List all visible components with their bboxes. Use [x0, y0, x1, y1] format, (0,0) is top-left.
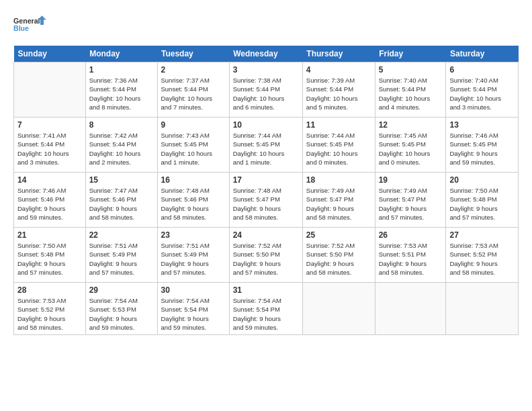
calendar-cell: 12Sunrise: 7:45 AMSunset: 5:45 PMDayligh… — [375, 118, 446, 173]
calendar-cell: 9Sunrise: 7:43 AMSunset: 5:45 PMDaylight… — [157, 118, 229, 173]
calendar-cell: 18Sunrise: 7:49 AMSunset: 5:47 PMDayligh… — [302, 173, 375, 228]
logo-icon: General Blue — [13, 11, 47, 39]
day-info: Sunrise: 7:48 AMSunset: 5:46 PMDaylight:… — [161, 186, 226, 222]
day-number: 14 — [17, 175, 82, 185]
calendar-cell: 19Sunrise: 7:49 AMSunset: 5:47 PMDayligh… — [375, 173, 446, 228]
calendar-cell: 13Sunrise: 7:46 AMSunset: 5:45 PMDayligh… — [446, 118, 519, 173]
weekday-sunday: Sunday — [14, 46, 86, 62]
day-number: 27 — [449, 230, 515, 240]
day-number: 25 — [306, 230, 371, 240]
svg-text:Blue: Blue — [13, 24, 29, 32]
day-number: 5 — [379, 65, 443, 75]
calendar-cell: 20Sunrise: 7:50 AMSunset: 5:48 PMDayligh… — [446, 173, 519, 228]
logo: General Blue — [13, 11, 47, 39]
weekday-header-row: SundayMondayTuesdayWednesdayThursdayFrid… — [14, 46, 519, 62]
day-number: 28 — [17, 285, 82, 295]
day-info: Sunrise: 7:49 AMSunset: 5:47 PMDaylight:… — [379, 186, 443, 222]
day-number: 21 — [17, 230, 82, 240]
day-number: 7 — [17, 120, 82, 130]
page: General Blue SundayMondayTuesdayWednesda… — [0, 0, 532, 411]
calendar-cell: 30Sunrise: 7:54 AMSunset: 5:54 PMDayligh… — [157, 283, 229, 335]
day-info: Sunrise: 7:50 AMSunset: 5:48 PMDaylight:… — [17, 241, 82, 277]
logo-container: General Blue — [13, 11, 47, 39]
weekday-wednesday: Wednesday — [229, 46, 302, 62]
day-info: Sunrise: 7:36 AMSunset: 5:44 PMDaylight:… — [89, 76, 154, 111]
day-info: Sunrise: 7:50 AMSunset: 5:48 PMDaylight:… — [449, 186, 515, 222]
weekday-friday: Friday — [375, 46, 446, 62]
day-info: Sunrise: 7:46 AMSunset: 5:45 PMDaylight:… — [449, 131, 515, 167]
calendar-week-2: 7Sunrise: 7:41 AMSunset: 5:44 PMDaylight… — [14, 118, 519, 173]
calendar-cell: 2Sunrise: 7:37 AMSunset: 5:44 PMDaylight… — [157, 62, 229, 118]
calendar-cell — [375, 283, 446, 335]
calendar-cell: 4Sunrise: 7:39 AMSunset: 5:44 PMDaylight… — [302, 62, 375, 118]
day-number: 24 — [233, 230, 299, 240]
calendar-week-4: 21Sunrise: 7:50 AMSunset: 5:48 PMDayligh… — [14, 228, 519, 283]
calendar-table: SundayMondayTuesdayWednesdayThursdayFrid… — [13, 46, 519, 335]
calendar-cell: 11Sunrise: 7:44 AMSunset: 5:45 PMDayligh… — [302, 118, 375, 173]
calendar-body: 1Sunrise: 7:36 AMSunset: 5:44 PMDaylight… — [14, 62, 519, 335]
day-info: Sunrise: 7:40 AMSunset: 5:44 PMDaylight:… — [379, 76, 443, 111]
calendar-cell: 14Sunrise: 7:46 AMSunset: 5:46 PMDayligh… — [14, 173, 86, 228]
day-number: 1 — [89, 65, 154, 75]
header: General Blue — [13, 11, 519, 39]
calendar-cell: 17Sunrise: 7:48 AMSunset: 5:47 PMDayligh… — [229, 173, 302, 228]
day-number: 23 — [161, 230, 226, 240]
day-number: 29 — [89, 285, 154, 295]
day-info: Sunrise: 7:52 AMSunset: 5:50 PMDaylight:… — [306, 241, 371, 277]
day-number: 15 — [89, 175, 154, 185]
day-info: Sunrise: 7:54 AMSunset: 5:54 PMDaylight:… — [233, 296, 299, 332]
day-number: 11 — [306, 120, 371, 130]
day-number: 10 — [233, 120, 299, 130]
day-number: 13 — [449, 120, 515, 130]
day-number: 26 — [379, 230, 443, 240]
day-number: 30 — [161, 285, 226, 295]
day-number: 9 — [161, 120, 226, 130]
day-number: 8 — [89, 120, 154, 130]
day-number: 4 — [306, 65, 371, 75]
calendar-cell: 26Sunrise: 7:53 AMSunset: 5:51 PMDayligh… — [375, 228, 446, 283]
calendar-cell: 31Sunrise: 7:54 AMSunset: 5:54 PMDayligh… — [229, 283, 302, 335]
calendar-cell: 16Sunrise: 7:48 AMSunset: 5:46 PMDayligh… — [157, 173, 229, 228]
day-info: Sunrise: 7:49 AMSunset: 5:47 PMDaylight:… — [306, 186, 371, 222]
weekday-tuesday: Tuesday — [157, 46, 229, 62]
day-info: Sunrise: 7:53 AMSunset: 5:52 PMDaylight:… — [17, 296, 82, 332]
calendar-cell: 10Sunrise: 7:44 AMSunset: 5:45 PMDayligh… — [229, 118, 302, 173]
day-number: 22 — [89, 230, 154, 240]
day-number: 3 — [233, 65, 299, 75]
calendar-cell: 22Sunrise: 7:51 AMSunset: 5:49 PMDayligh… — [85, 228, 157, 283]
day-info: Sunrise: 7:45 AMSunset: 5:45 PMDaylight:… — [379, 131, 443, 167]
day-info: Sunrise: 7:44 AMSunset: 5:45 PMDaylight:… — [306, 131, 371, 167]
day-info: Sunrise: 7:39 AMSunset: 5:44 PMDaylight:… — [306, 76, 371, 111]
day-info: Sunrise: 7:42 AMSunset: 5:44 PMDaylight:… — [89, 131, 154, 167]
day-info: Sunrise: 7:52 AMSunset: 5:50 PMDaylight:… — [233, 241, 299, 277]
calendar-cell — [302, 283, 375, 335]
calendar-cell: 24Sunrise: 7:52 AMSunset: 5:50 PMDayligh… — [229, 228, 302, 283]
day-number: 19 — [379, 175, 443, 185]
calendar-week-3: 14Sunrise: 7:46 AMSunset: 5:46 PMDayligh… — [14, 173, 519, 228]
day-info: Sunrise: 7:53 AMSunset: 5:52 PMDaylight:… — [449, 241, 515, 277]
day-number: 2 — [161, 65, 226, 75]
weekday-saturday: Saturday — [446, 46, 519, 62]
day-number: 6 — [449, 65, 515, 75]
calendar-cell: 28Sunrise: 7:53 AMSunset: 5:52 PMDayligh… — [14, 283, 86, 335]
day-info: Sunrise: 7:47 AMSunset: 5:46 PMDaylight:… — [89, 186, 154, 222]
day-number: 20 — [449, 175, 515, 185]
calendar-cell: 1Sunrise: 7:36 AMSunset: 5:44 PMDaylight… — [85, 62, 157, 118]
day-info: Sunrise: 7:37 AMSunset: 5:44 PMDaylight:… — [161, 76, 226, 111]
calendar-cell: 21Sunrise: 7:50 AMSunset: 5:48 PMDayligh… — [14, 228, 86, 283]
day-info: Sunrise: 7:54 AMSunset: 5:53 PMDaylight:… — [89, 296, 154, 332]
calendar-cell: 29Sunrise: 7:54 AMSunset: 5:53 PMDayligh… — [85, 283, 157, 335]
weekday-thursday: Thursday — [302, 46, 375, 62]
calendar-cell: 15Sunrise: 7:47 AMSunset: 5:46 PMDayligh… — [85, 173, 157, 228]
day-number: 16 — [161, 175, 226, 185]
svg-text:General: General — [13, 17, 40, 25]
calendar-week-1: 1Sunrise: 7:36 AMSunset: 5:44 PMDaylight… — [14, 62, 519, 118]
day-number: 31 — [233, 285, 299, 295]
day-info: Sunrise: 7:54 AMSunset: 5:54 PMDaylight:… — [161, 296, 226, 332]
calendar-cell: 27Sunrise: 7:53 AMSunset: 5:52 PMDayligh… — [446, 228, 519, 283]
day-info: Sunrise: 7:38 AMSunset: 5:44 PMDaylight:… — [233, 76, 299, 111]
day-info: Sunrise: 7:40 AMSunset: 5:44 PMDaylight:… — [449, 76, 515, 111]
day-number: 18 — [306, 175, 371, 185]
day-info: Sunrise: 7:46 AMSunset: 5:46 PMDaylight:… — [17, 186, 82, 222]
calendar-cell: 23Sunrise: 7:51 AMSunset: 5:49 PMDayligh… — [157, 228, 229, 283]
